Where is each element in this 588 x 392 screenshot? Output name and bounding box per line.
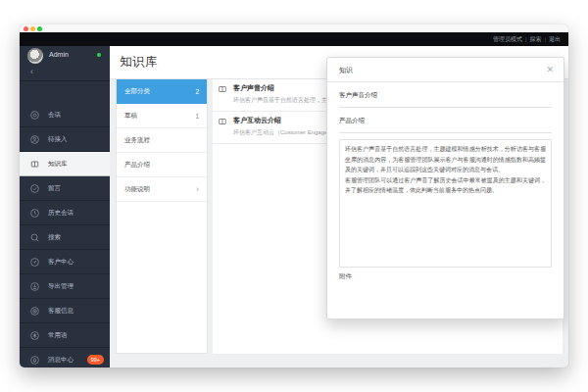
category-label: 草稿 [124,112,137,121]
category-label: 全部分类 [124,87,150,96]
category-product-intro[interactable]: 产品介绍 [117,153,207,177]
online-status-dot [97,53,101,57]
sidebar-item-label: 导出管理 [48,282,74,291]
sidebar-item-label: 消息中心 [48,356,74,365]
sidebar-item-label: 客服信息 [48,307,74,316]
sidebar-item-history[interactable]: 历史会话 [20,201,110,225]
logout-link[interactable]: 退出 [549,32,561,46]
sidebar-item-label: 会话 [48,111,61,120]
knowledge-content-textarea[interactable]: 环信客户声音基于自然语言处理，主题建模和情感分析技术，分析访客与客服坐席的消息内… [339,139,552,268]
collapse-sidebar-icon[interactable]: ‹ [30,66,33,77]
close-icon[interactable]: ✕ [546,64,554,75]
category-count: 1 [195,113,199,120]
close-window-button[interactable] [24,26,28,31]
admin-mode-link[interactable]: 管理员模式 [493,32,522,46]
download-icon [29,281,40,292]
panel-header: 知识 ✕ [327,58,564,82]
sidebar-item-sessions[interactable]: 会话 [20,103,110,127]
gauge-icon [29,257,40,268]
category-feature-guide[interactable]: 功能说明 › [117,177,207,202]
avatar[interactable] [27,48,43,64]
category-label: 功能说明 [124,185,150,194]
user-box: Admin ‹ [20,46,110,81]
sidebar-item-label: 搜索 [48,233,61,242]
clock-icon [29,208,40,219]
knowledge-title-field[interactable]: 客户声音介绍 [339,82,552,108]
knowledge-detail-panel: 知识 ✕ 客户声音介绍 产品介绍 环信客户声音基于自然语言处理，主题建模和情感分… [326,57,564,319]
search-icon [29,232,40,243]
window-titlebar [20,24,568,32]
check-note-icon [29,183,40,194]
article-title: 客户互动云介绍 [233,116,281,125]
attachment-label: 附件 [339,272,552,281]
sidebar-item-export[interactable]: 导出管理 [20,274,110,299]
sidebar-nav: 会话 待接入 知识库 留言 历史会话 [20,103,110,368]
link-separator: | [544,36,546,42]
knowledge-category-field[interactable]: 产品介绍 [339,108,552,133]
sidebar: Admin ‹ 会话 待接入 知识库 留言 [20,46,110,368]
category-business-process[interactable]: 业务流程 [117,128,207,153]
book-icon [218,117,227,126]
chat-icon [29,110,40,121]
username: Admin [49,51,69,58]
link-separator: | [525,36,527,42]
article-title: 客户声音介绍 [233,83,274,93]
sidebar-item-label: 待接入 [48,135,68,144]
sidebar-item-label: 历史会话 [48,209,74,218]
category-label: 产品介绍 [124,161,150,170]
sidebar-item-notification-center[interactable]: 消息中心 99+ [20,348,110,368]
target-icon [29,306,40,317]
sidebar-item-queue[interactable]: 待接入 [20,127,110,152]
minimize-window-button[interactable] [30,26,35,31]
book-icon [29,159,40,170]
sidebar-item-knowledge-base[interactable]: 知识库 [20,152,110,176]
asterisk-icon [29,330,40,341]
category-count: 2 [195,88,199,95]
sidebar-item-customer-center[interactable]: 客户中心 [20,250,110,274]
bell-icon [29,355,40,366]
desktop-background: 管理员模式 | 探索 | 退出 Admin ‹ 会话 待接入 [0,0,588,392]
sidebar-item-label: 留言 [48,184,61,193]
content-paragraph: 客服管理团队可以通过客户声音了解历史会话中最常被提及的主题和关键词，并了解相应的… [345,175,546,196]
sidebar-item-label: 知识库 [48,160,68,169]
unread-count-badge: 99+ [87,355,104,365]
sidebar-item-canned-replies[interactable]: 常用语 [20,323,110,348]
zoom-window-button[interactable] [37,26,42,31]
person-icon [29,134,40,145]
chevron-right-icon: › [196,184,199,194]
book-icon [218,84,227,94]
sidebar-item-label: 常用语 [48,331,68,340]
panel-title: 知识 [339,66,353,75]
sidebar-item-agent-info[interactable]: 客服信息 [20,299,110,323]
top-admin-bar: 管理员模式 | 探索 | 退出 [20,32,568,46]
content-paragraph: 环信客户声音基于自然语言处理，主题建模和情感分析技术，分析访客与客服坐席的消息内… [345,144,546,175]
category-label: 业务流程 [124,136,150,145]
category-all[interactable]: 全部分类 2 [117,79,207,104]
sidebar-item-search[interactable]: 搜索 [20,225,110,250]
sidebar-item-messages[interactable]: 留言 [20,176,110,201]
sidebar-item-label: 客户中心 [48,258,74,267]
category-list: 全部分类 2 草稿 1 业务流程 产品介绍 功能说明 › [116,79,208,354]
page-title: 知识库 [120,54,158,71]
explore-link[interactable]: 探索 [529,32,541,46]
app-window: 管理员模式 | 探索 | 退出 Admin ‹ 会话 待接入 [20,24,568,368]
category-drafts[interactable]: 草稿 1 [117,104,207,128]
